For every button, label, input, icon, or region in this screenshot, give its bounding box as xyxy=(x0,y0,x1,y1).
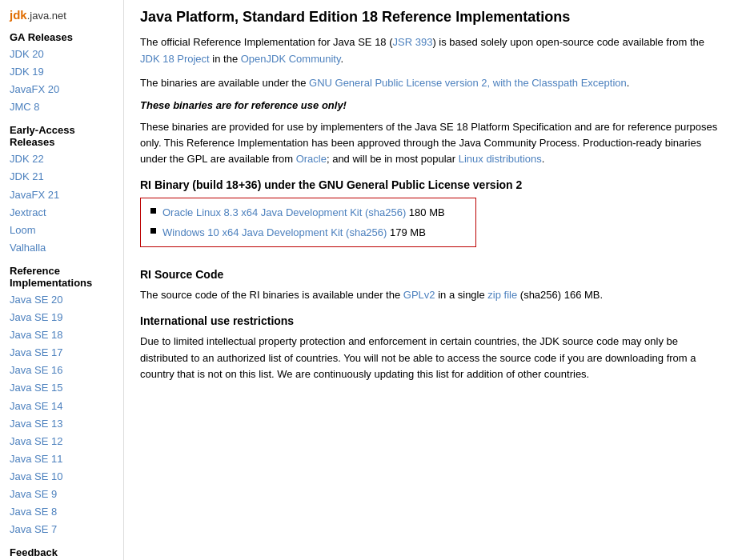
para1-mid2: in the xyxy=(210,53,241,65)
oracle-link[interactable]: Oracle xyxy=(296,153,327,165)
para2: The binaries are available under the GNU… xyxy=(140,75,726,91)
oracle-linux-size: 180 MB xyxy=(406,206,444,218)
openjdk-link[interactable]: OpenJDK Community xyxy=(241,53,341,65)
download-box: Oracle Linux 8.3 x64 Java Development Ki… xyxy=(140,198,476,247)
main-content: Java Platform, Standard Edition 18 Refer… xyxy=(124,0,742,560)
sidebar-link-jse15[interactable]: Java SE 15 xyxy=(10,379,115,397)
windows-download-link[interactable]: Windows 10 x64 Java Development Kit xyxy=(162,226,343,238)
ri-source-heading: RI Source Code xyxy=(140,268,726,281)
sidebar-link-jse20[interactable]: Java SE 20 xyxy=(10,291,115,309)
sidebar-link-valhalla[interactable]: Valhalla xyxy=(10,239,115,257)
sidebar-link-javafx21[interactable]: JavaFX 21 xyxy=(10,186,115,204)
sidebar-link-jdk21[interactable]: JDK 21 xyxy=(10,168,115,186)
bullet-2 xyxy=(150,228,156,234)
para1: The official Reference Implementation fo… xyxy=(140,34,726,66)
reference-impl-title: ReferenceImplementations xyxy=(10,265,115,289)
early-access-title: Early-AccessReleases xyxy=(10,124,115,148)
sidebar-link-jse18[interactable]: Java SE 18 xyxy=(10,326,115,344)
sidebar-link-jse13[interactable]: Java SE 13 xyxy=(10,415,115,433)
para2-suffix: . xyxy=(627,77,630,89)
jdk18-project-link[interactable]: JDK 18 Project xyxy=(140,53,210,65)
sidebar-link-jse7[interactable]: Java SE 7 xyxy=(10,521,115,538)
download-item-1: Oracle Linux 8.3 x64 Java Development Ki… xyxy=(150,205,466,221)
sidebar-link-javafx20[interactable]: JavaFX 20 xyxy=(10,81,115,98)
sidebar-link-jextract[interactable]: Jextract xyxy=(10,204,115,222)
intl-para: Due to limited intellectual property pro… xyxy=(140,334,726,382)
gpl-link[interactable]: GNU General Public License version 2, wi… xyxy=(309,77,627,89)
para3-suffix: . xyxy=(542,153,545,165)
para3-mid: ; and will be in most popular xyxy=(327,153,459,165)
intl-restrictions-heading: International use restrictions xyxy=(140,314,726,327)
sidebar-link-jdk22[interactable]: JDK 22 xyxy=(10,150,115,168)
site-logo: jdk.java.net xyxy=(10,8,115,22)
zip-link[interactable]: zip file xyxy=(487,289,517,301)
bullet-1 xyxy=(150,208,156,214)
oracle-linux-download-link[interactable]: Oracle Linux 8.3 x64 Java Development Ki… xyxy=(162,206,362,218)
sidebar-link-jse16[interactable]: Java SE 16 xyxy=(10,362,115,379)
windows-size: 179 MB xyxy=(387,226,425,238)
linux-link[interactable]: Linux distributions xyxy=(459,153,542,165)
para3: These binaries are provided for use by i… xyxy=(140,119,726,167)
download-item-2: Windows 10 x64 Java Development Kit (sha… xyxy=(150,225,466,241)
oracle-linux-sha256-link[interactable]: (sha256) xyxy=(365,206,406,218)
source-mid: in a single xyxy=(435,289,488,301)
logo-domain: .java.net xyxy=(27,10,66,22)
source-para: The source code of the RI binaries is av… xyxy=(140,287,726,303)
bold-notice: These binaries are for reference use onl… xyxy=(140,99,726,111)
para1-mid1: ) is based solely upon open-source code … xyxy=(432,36,704,48)
gplv2-link[interactable]: GPLv2 xyxy=(403,289,435,301)
sidebar-link-jse14[interactable]: Java SE 14 xyxy=(10,398,115,415)
sidebar-link-jse9[interactable]: Java SE 9 xyxy=(10,486,115,503)
jsr393-link[interactable]: JSR 393 xyxy=(393,36,433,48)
page-title: Java Platform, Standard Edition 18 Refer… xyxy=(140,8,726,26)
sidebar-link-jdk19[interactable]: JDK 19 xyxy=(10,63,115,81)
sidebar-link-jse12[interactable]: Java SE 12 xyxy=(10,433,115,450)
para1-prefix: The official Reference Implementation fo… xyxy=(140,36,393,48)
sidebar-link-jse19[interactable]: Java SE 19 xyxy=(10,309,115,326)
download-text-1: Oracle Linux 8.3 x64 Java Development Ki… xyxy=(162,205,445,221)
sidebar-link-jse8[interactable]: Java SE 8 xyxy=(10,503,115,521)
download-text-2: Windows 10 x64 Java Development Kit (sha… xyxy=(162,225,426,241)
feedback-title: Feedback xyxy=(10,546,115,558)
source-suffix: (sha256) 166 MB. xyxy=(517,289,603,301)
para1-suffix: . xyxy=(340,53,343,65)
sidebar-link-jse17[interactable]: Java SE 17 xyxy=(10,344,115,362)
sidebar: jdk.java.net GA Releases JDK 20 JDK 19 J… xyxy=(0,0,124,560)
source-prefix: The source code of the RI binaries is av… xyxy=(140,289,403,301)
windows-sha256-link[interactable]: (sha256) xyxy=(346,226,387,238)
ri-binary-heading: RI Binary (build 18+36) under the GNU Ge… xyxy=(140,178,726,191)
sidebar-link-jmc8[interactable]: JMC 8 xyxy=(10,98,115,116)
sidebar-link-jse11[interactable]: Java SE 11 xyxy=(10,450,115,468)
ga-releases-title: GA Releases xyxy=(10,31,115,43)
logo-jdk[interactable]: jdk xyxy=(10,8,27,22)
para2-prefix: The binaries are available under the xyxy=(140,77,309,89)
sidebar-link-loom[interactable]: Loom xyxy=(10,222,115,239)
sidebar-link-jdk20[interactable]: JDK 20 xyxy=(10,46,115,63)
sidebar-link-jse10[interactable]: Java SE 10 xyxy=(10,468,115,486)
